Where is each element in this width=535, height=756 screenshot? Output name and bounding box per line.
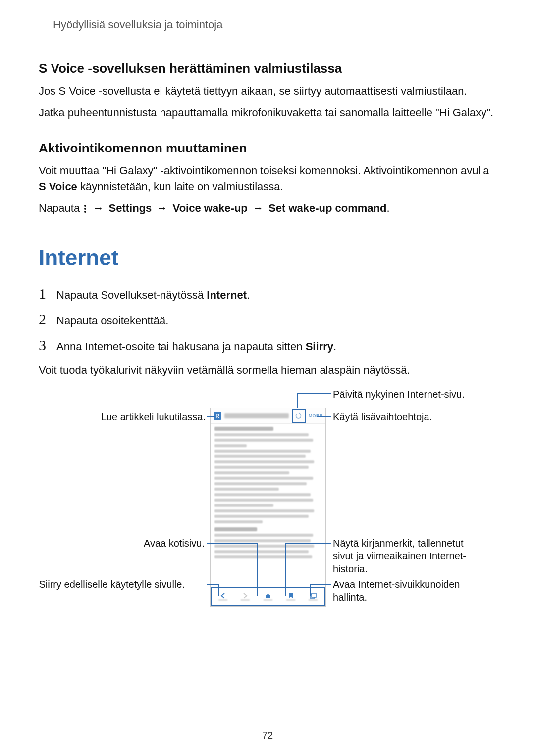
- settings-label: Settings: [109, 202, 152, 214]
- section-tab-marker: [39, 17, 39, 32]
- arrow-icon: →: [157, 202, 167, 214]
- text-bold: S Voice: [39, 180, 77, 193]
- callout-refresh: Päivitä nykyinen Internet-sivu.: [333, 388, 465, 401]
- activation-change-p1: Voit muuttaa "Hi Galaxy" -aktivointikome…: [39, 163, 496, 195]
- text: Napauta osoitekenttää.: [56, 314, 168, 327]
- kebab-icon: [84, 204, 87, 213]
- step-number: 3: [39, 337, 56, 353]
- url-bar: [224, 413, 289, 418]
- refresh-icon: [292, 409, 306, 423]
- text: Voit muuttaa "Hi Galaxy" -aktivointikome…: [39, 164, 489, 177]
- text: käynnistetään, kun laite on valmiustilas…: [77, 180, 283, 193]
- leader-line: [297, 393, 331, 394]
- svg-point-1: [84, 208, 86, 210]
- step-3: 3 Anna Internet-osoite tai hakusana ja n…: [39, 337, 496, 353]
- text: Napauta Sovellukset-näytössä: [56, 289, 207, 301]
- callout-bookmarks: Näytä kirjanmerkit, tallennetut sivut ja…: [333, 537, 482, 575]
- svg-rect-4: [312, 593, 316, 597]
- internet-after-text: Voit tuoda työkalurivit näkyviin vetämäl…: [39, 362, 496, 378]
- set-wakeup-label: Set wake-up command: [268, 202, 386, 214]
- step-number: 2: [39, 311, 56, 328]
- arrow-icon: →: [253, 202, 264, 214]
- leader-line: [218, 584, 219, 596]
- internet-figure: MORE: [39, 391, 496, 653]
- activation-change-title: Aktivointikomennon muuttaminen: [39, 141, 496, 156]
- internet-title: Internet: [39, 246, 496, 270]
- leader-line: [310, 584, 311, 596]
- svg-point-2: [84, 211, 86, 213]
- phone-bottom-bar: [211, 587, 325, 606]
- leader-line: [207, 416, 215, 417]
- step-1: 1 Napauta Sovellukset-näytössä Internet.: [39, 285, 496, 302]
- arrow-icon: →: [93, 202, 104, 214]
- callout-back: Siirry edelliselle käytetylle sivulle.: [36, 578, 185, 591]
- forward-icon: [234, 588, 257, 605]
- svoice-wake-p1: Jos S Voice -sovellusta ei käytetä tiett…: [39, 83, 496, 99]
- text: .: [247, 289, 250, 301]
- phone-toolbar: MORE: [211, 408, 325, 424]
- svg-point-0: [84, 205, 86, 207]
- svoice-wake-title: S Voice -sovelluksen herättäminen valmiu…: [39, 61, 496, 76]
- text: Napauta: [39, 202, 83, 214]
- home-icon: [257, 588, 279, 605]
- leader-line: [207, 543, 257, 544]
- back-icon: [212, 588, 234, 605]
- page-number: 72: [0, 730, 535, 741]
- text-bold: Siirry: [306, 340, 333, 353]
- breadcrumb: Hyödyllisiä sovelluksia ja toimintoja: [53, 18, 222, 31]
- activation-change-p2: Napauta → Settings → Voice wake-up → Set…: [39, 201, 496, 216]
- text: .: [333, 340, 336, 353]
- tabs-icon: [302, 588, 324, 605]
- bookmark-icon: [279, 588, 302, 605]
- text: Anna Internet-osoite tai hakusana ja nap…: [56, 340, 306, 353]
- leader-line: [257, 543, 258, 596]
- text-bold: Internet: [207, 289, 247, 301]
- voice-wakeup-label: Voice wake-up: [173, 202, 248, 214]
- callout-more: Käytä lisävaihtoehtoja.: [333, 410, 432, 423]
- leader-line: [297, 393, 298, 408]
- leader-line: [310, 584, 331, 585]
- step-2: 2 Napauta osoitekenttää.: [39, 311, 496, 328]
- leader-line: [207, 584, 218, 585]
- step-number: 1: [39, 285, 56, 302]
- svoice-wake-p2: Jatka puheentunnistusta napauttamalla mi…: [39, 105, 496, 121]
- leader-line: [317, 416, 331, 417]
- phone-screenshot: MORE: [210, 408, 326, 607]
- leader-line: [285, 543, 286, 596]
- callout-tabs: Avaa Internet-sivuikkunoiden hallinta.: [333, 578, 482, 604]
- callout-home: Avaa kotisivu.: [93, 537, 205, 550]
- leader-line: [285, 543, 331, 544]
- callout-reader: Lue artikkeli lukutilassa.: [66, 410, 206, 423]
